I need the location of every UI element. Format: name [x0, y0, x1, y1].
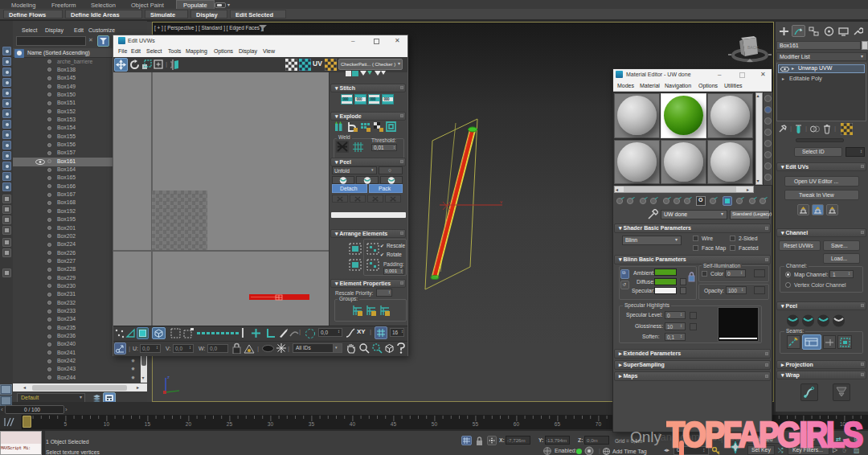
svg-text:TOPFAPGIRLS: TOPFAPGIRLS [666, 415, 862, 454]
svg-text:10: 10 [104, 421, 110, 427]
svg-text:BACK: BACK [747, 45, 759, 50]
svg-text:60: 60 [514, 421, 520, 427]
svg-text:40: 40 [350, 421, 356, 427]
svg-text:65: 65 [555, 421, 561, 427]
svg-text:15: 15 [145, 421, 151, 427]
svg-text:25: 25 [227, 421, 233, 427]
svg-text:55: 55 [473, 421, 479, 427]
svg-text:5: 5 [64, 421, 68, 427]
svg-text:70: 70 [596, 421, 602, 427]
svg-text:30: 30 [268, 421, 274, 427]
svg-text:35: 35 [309, 421, 315, 427]
svg-text:v: v [500, 199, 502, 204]
svg-text:50: 50 [432, 421, 438, 427]
svg-text:z: z [167, 375, 170, 379]
svg-text:45: 45 [391, 421, 397, 427]
svg-text:20: 20 [186, 421, 192, 427]
